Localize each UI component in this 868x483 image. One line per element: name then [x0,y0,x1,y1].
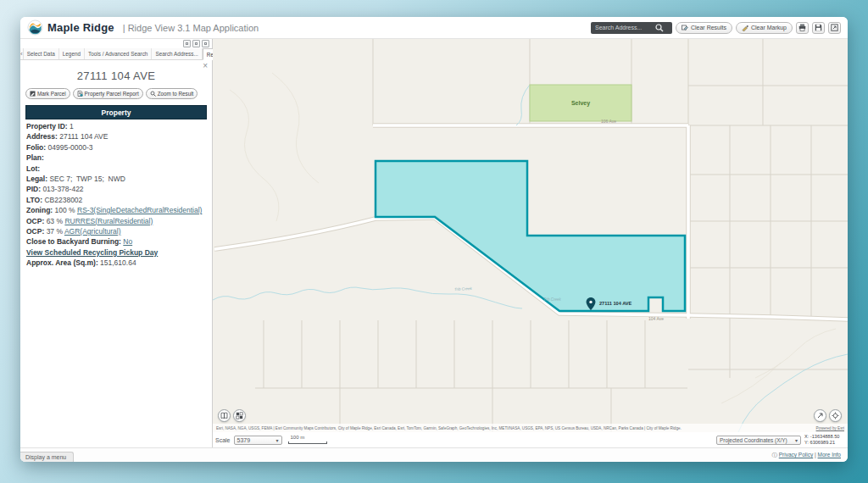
app-header: Maple Ridge | Ridge View 3.1 Map Applica… [20,17,848,39]
creek-label-2: Trib Creek [543,297,561,302]
info-icon: ⓘ [771,452,777,458]
address-search[interactable] [591,22,672,34]
field-address: Address27111 104 AVE [26,133,206,141]
street-label-104-ave: 104 Ave [648,316,664,321]
result-address-title: 27111 104 AVE [25,69,207,82]
scalebar: 100 m [288,436,327,444]
clear-results-icon [682,25,688,31]
save-button[interactable] [812,22,825,34]
result-pin-label: 27111 104 AVE [599,301,632,306]
powered-by-esri-link[interactable]: Powered by Esri [816,426,844,430]
property-section-header: Property [25,105,207,119]
panel-layout-icons [20,39,212,48]
clear-markup-icon [742,25,748,31]
owner-parcel-label: Selvey [571,100,590,107]
scalebar-label: 100 m [291,435,305,440]
tab-tools-advanced-search[interactable]: Tools / Advanced Search [85,48,152,59]
brand-title: Maple Ridge [47,21,114,34]
coordinate-system-select[interactable]: Projected Coordinates (X/Y) [716,436,801,445]
clear-results-button[interactable]: Clear Results [676,22,732,34]
scale-value: 5379 [237,437,251,443]
property-parcel-report-button[interactable]: Property Parcel Report [73,88,143,99]
report-icon [77,91,83,97]
cursor-coordinates: X: -13634888.50 Y: 6306989.21 [804,434,845,445]
maple-ridge-logo [27,19,43,36]
field-approx-area: Approx. Area (Sq.m)151,610.64 [26,259,206,267]
sidebar-tabs: ‹ Select Data Legend Tools / Advanced Se… [20,48,212,60]
expand-panel-icon[interactable] [202,40,209,47]
field-backyard-burning: Close to Backyard BurningNo [26,238,206,246]
pan-arrow-icon [816,412,824,419]
window-footer: ⓘ Privacy Policy | More Info [20,447,848,462]
privacy-policy-link[interactable]: Privacy Policy [779,452,813,458]
scale-select[interactable]: 5379 [234,436,282,445]
backyard-burning-link[interactable]: No [123,237,132,246]
save-icon [815,24,822,31]
ocp-rurres-link[interactable]: RURRES(RuralResidential) [64,217,153,225]
clear-markup-button[interactable]: Clear Markup [736,22,793,34]
field-legal: LegalSEC 7; TWP 15; NWD [26,175,206,183]
property-fields: Property ID1 Address27111 104 AVE Folio0… [25,119,207,267]
mark-parcel-icon [30,91,36,97]
undock-panel-icon[interactable] [192,40,200,47]
field-recycling-pickup: View Scheduled Recycling Pickup Day [26,249,206,257]
zoning-link[interactable]: RS-3(SingleDetachedRuralResidential) [77,206,202,214]
zoom-to-result-label: Zoom to Result [158,91,194,97]
results-sidebar: ‹ Select Data Legend Tools / Advanced Se… [20,39,213,447]
field-pid: PID013-378-422 [26,186,206,193]
crosshair-icon [832,412,839,419]
print-icon [798,24,806,31]
export-window-icon [831,24,838,31]
tab-search-address[interactable]: Search Address... [152,48,202,59]
results-panel: × 27111 104 AVE Mark Parcel [20,60,212,267]
map-base-layer: Selvey 106 Ave 104 Ave Trib Creek Trib C… [213,39,848,432]
map-status-bar: Scale 5379 100 m Projected Coordinates (… [213,432,848,447]
recycling-pickup-link[interactable]: View Scheduled Recycling Pickup Day [26,248,158,257]
field-property-id: Property ID1 [26,123,206,130]
coordinate-system-value: Projected Coordinates (X/Y) [720,437,787,443]
basemap-gallery-button[interactable] [233,409,246,422]
property-parcel-report-label: Property Parcel Report [85,91,139,97]
close-results-icon[interactable]: × [203,62,208,70]
map-canvas[interactable]: Selvey 106 Ave 104 Ave Trib Creek Trib C… [213,39,848,432]
footer-links: ⓘ Privacy Policy | More Info [771,452,841,459]
app-title: | Ridge View 3.1 Map Application [123,23,259,33]
export-window-button[interactable] [828,22,841,34]
scale-label: Scale [215,437,231,443]
y-coordinate: Y: 6306989.21 [804,440,845,446]
tab-legend[interactable]: Legend [59,48,85,59]
field-lot: Lot [26,165,206,173]
attribution-toggle-button[interactable] [218,409,231,422]
street-label-106-ave: 106 Ave [601,119,616,124]
x-coordinate: X: -13634888.50 [804,434,845,440]
zoom-to-result-button[interactable]: Zoom to Result [146,88,198,99]
find-location-button[interactable] [829,409,842,422]
map-attribution-bar: Esri, NASA, NGA, USGS, FEMA | Esri Commu… [213,424,848,432]
search-input[interactable] [595,25,654,31]
clear-results-label: Clear Results [691,25,726,31]
field-zoning: Zoning100 % RS-3(SingleDetachedRuralResi… [26,207,206,214]
dock-panel-icon[interactable] [183,40,191,47]
status-hint-bubble: Display a menu [20,452,74,462]
print-button[interactable] [796,22,809,34]
field-ocp-rurres: OCP63 % RURRES(RuralResidential) [26,218,206,225]
zoom-icon [150,91,156,97]
field-plan: Plan [26,154,206,162]
ocp-agr-link[interactable]: AGR(Agricultural) [64,227,121,236]
field-ocp-agr: OCP37 % AGR(Agricultural) [26,228,206,236]
field-folio: Folio04995-0000-3 [26,144,206,152]
app-window: Maple Ridge | Ridge View 3.1 Map Applica… [20,17,848,462]
pan-mode-button[interactable] [814,409,826,422]
owner-parcel[interactable]: Selvey [530,85,632,121]
clear-markup-label: Clear Markup [751,25,787,31]
search-locate-icon[interactable] [654,23,665,33]
mark-parcel-button[interactable]: Mark Parcel [25,88,70,99]
result-actions: Mark Parcel Property Parcel Report [25,88,207,99]
attribution-text: Esri, NASA, NGA, USGS, FEMA | Esri Commu… [216,426,682,430]
tab-select-data[interactable]: Select Data [24,48,59,59]
mark-parcel-label: Mark Parcel [37,91,66,97]
field-lto: LTOCB2238002 [26,197,206,204]
basemap-grid-icon [236,412,243,419]
more-info-link[interactable]: More Info [818,452,841,458]
book-icon [220,412,228,419]
